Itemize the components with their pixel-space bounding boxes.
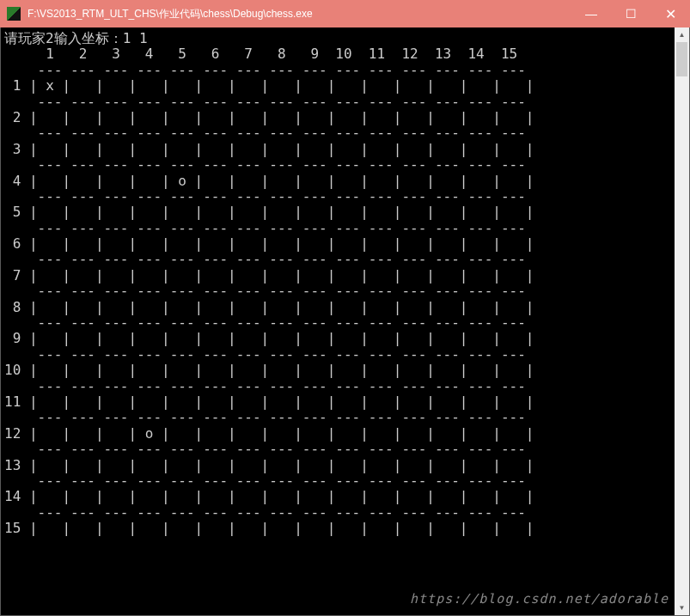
titlebar[interactable]: F:\VS2013_RTM_ULT_CHS\作业代码\chess\Debug\c…: [0, 0, 690, 27]
scroll-track[interactable]: [675, 42, 689, 601]
vertical-scrollbar[interactable]: ▲ ▼: [675, 27, 689, 615]
console-wrapper: 请玩家2输入坐标：1 1 1 2 3 4 5 6 7 8 9 10 11 12 …: [0, 27, 690, 616]
app-icon: [7, 7, 21, 21]
window-title: F:\VS2013_RTM_ULT_CHS\作业代码\chess\Debug\c…: [27, 7, 571, 21]
scroll-up-button[interactable]: ▲: [675, 27, 689, 42]
minimize-button[interactable]: —: [571, 0, 611, 27]
scroll-thumb[interactable]: [676, 42, 687, 76]
console-output[interactable]: 请玩家2输入坐标：1 1 1 2 3 4 5 6 7 8 9 10 11 12 …: [1, 27, 689, 615]
maximize-button[interactable]: ☐: [611, 0, 650, 27]
scroll-down-button[interactable]: ▼: [675, 601, 689, 615]
close-button[interactable]: ✕: [650, 0, 690, 27]
titlebar-buttons: — ☐ ✕: [571, 0, 690, 27]
window: F:\VS2013_RTM_ULT_CHS\作业代码\chess\Debug\c…: [0, 0, 690, 616]
